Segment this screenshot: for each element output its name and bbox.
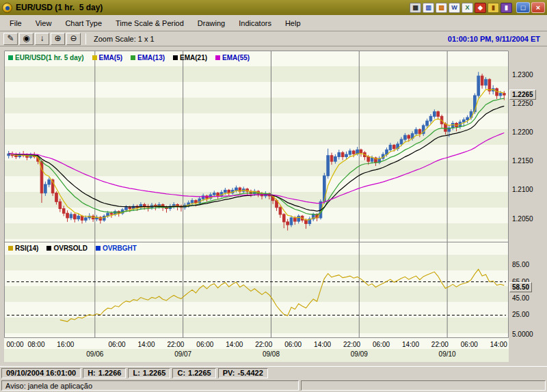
chart-area: 00:0008:0016:0006:0014:0022:0006:0014:00… [0, 46, 547, 366]
svg-text:14:00: 14:00 [490, 341, 507, 348]
svg-text:22:00: 22:00 [167, 341, 184, 348]
pointer-down-button[interactable]: ↓ [35, 33, 49, 45]
menu-view[interactable]: View [29, 16, 59, 30]
svg-text:06:00: 06:00 [373, 341, 390, 348]
pv-label: PV: [223, 369, 235, 377]
legend-label: EMA(21) [180, 54, 207, 61]
legend-swatch-icon [96, 246, 101, 251]
price-tick-label: 1.2100 [512, 186, 533, 193]
chart-app-icon-3[interactable]: ▮ [488, 3, 499, 13]
red-app-icon[interactable]: ◆ [475, 3, 486, 13]
menu-indicators[interactable]: Indicators [232, 16, 278, 30]
menu-file[interactable]: File [3, 16, 29, 30]
legend-swatch-icon [215, 55, 220, 60]
svg-text:09/07: 09/07 [174, 350, 191, 358]
draw-line-button[interactable]: ✎ [3, 33, 18, 45]
rsi-tick-label: 45.00 [512, 294, 529, 302]
application-window: EUR/USD (1 hr. 5 day) ▦▥▤WX◆▮▮ □ × FileV… [0, 0, 547, 392]
legend-swatch-icon [8, 55, 13, 60]
last-price-box: 1.2265 [509, 89, 536, 100]
chart-plot-area[interactable]: 00:0008:0016:0006:0014:0022:0006:0014:00… [4, 51, 509, 362]
rsi-bottom-tick-label: 5.0000 [512, 331, 533, 338]
status-pv: PV: -5.4422 [218, 368, 268, 378]
excel-icon[interactable]: X [462, 3, 473, 13]
price-tick-label: 1.2200 [512, 128, 533, 136]
zoom-scale-label: Zoom Scale: 1 x 1 [94, 35, 155, 43]
svg-text:09/06: 09/06 [86, 350, 103, 358]
status-high: H: 1.2266 [83, 368, 126, 378]
legend-item-rsi-14: RSI(14) [8, 244, 38, 252]
legend-label: EMA(13) [137, 54, 165, 61]
svg-text:14:00: 14:00 [226, 341, 243, 348]
high-label: H: [88, 369, 96, 377]
legend-item-ema-21: EMA(21) [173, 54, 207, 61]
high-value: 1.2266 [98, 369, 122, 377]
legend-label: OVRSOLD [53, 244, 87, 252]
close-value: 1.2265 [188, 369, 211, 377]
svg-text:06:00: 06:00 [109, 341, 126, 348]
status-timestamp: 09/10/2004 16:01:00 [1, 368, 81, 378]
svg-text:09/09: 09/09 [351, 350, 368, 358]
status-bar: 09/10/2004 16:01:00 H: 1.2266 L: 1.2265 … [0, 366, 547, 379]
close-label: C: [177, 369, 185, 377]
legend-label: OVRBGHT [103, 244, 137, 252]
toolbar: ✎◉↓⊕⊖ Zoom Scale: 1 x 1 01:00:10 PM, 9/1… [0, 31, 547, 46]
legend-swatch-icon [92, 55, 97, 60]
legend-item-ovrbght: OVRBGHT [96, 244, 137, 252]
legend-label: RSI(14) [15, 244, 38, 252]
chart-app-icon-1[interactable]: ▥ [423, 3, 434, 13]
price-tick-label: 1.2250 [512, 100, 533, 107]
svg-text:06:00: 06:00 [196, 341, 213, 348]
status-close: C: 1.2265 [172, 368, 215, 378]
legend-swatch-icon [131, 55, 135, 60]
zoom-out-button[interactable]: ⊖ [66, 33, 81, 45]
legend-label: EMA(55) [222, 54, 250, 61]
close-button[interactable]: × [531, 2, 545, 13]
legend-item-ema-5: EMA(5) [92, 54, 122, 61]
svg-text:14:00: 14:00 [314, 341, 331, 348]
price-axis: 1.23001.22501.22001.21501.21001.20501.22… [509, 51, 547, 362]
legend-swatch-icon [46, 246, 51, 251]
menu-drawing[interactable]: Drawing [191, 16, 232, 30]
svg-text:14:00: 14:00 [402, 341, 419, 348]
low-label: L: [133, 369, 139, 377]
legend-item-ema-13: EMA(13) [131, 54, 165, 61]
svg-text:09/08: 09/08 [263, 350, 280, 358]
word-icon[interactable]: W [449, 3, 460, 13]
zoom-in-button[interactable]: ⊕ [51, 33, 65, 45]
rsi-legend: RSI(14)OVRSOLDOVRBGHT [8, 244, 137, 252]
calculator-icon[interactable]: ▦ [410, 3, 421, 13]
footer-empty-panel [301, 380, 546, 391]
menubar: FileViewChart TypeTime Scale & PeriodDra… [0, 15, 547, 31]
status-timestamp-text: 09/10/2004 16:01:00 [6, 369, 76, 377]
chart-app-icon-4[interactable]: ▮ [501, 3, 512, 13]
price-chart[interactable]: 00:0008:0016:0006:0014:0022:0006:0014:00… [4, 51, 509, 362]
titlebar-icon-strip: ▦▥▤WX◆▮▮ [410, 3, 512, 13]
legend-label: EUR/USD(1 hr. 5 day) [15, 54, 84, 61]
svg-text:14:00: 14:00 [137, 341, 155, 348]
legend-label: EMA(5) [99, 54, 122, 61]
legend-swatch-icon [173, 55, 178, 60]
chart-app-icon-2[interactable]: ▤ [436, 3, 447, 13]
svg-text:00:00: 00:00 [6, 341, 23, 348]
legend-item-ovrsold: OVRSOLD [46, 244, 87, 252]
svg-text:09/10: 09/10 [439, 350, 456, 358]
ellipse-tool-button[interactable]: ◉ [19, 33, 34, 45]
menu-chart-type[interactable]: Chart Type [58, 16, 109, 30]
pv-value: -5.4422 [237, 369, 263, 377]
window-title: EUR/USD (1 hr. 5 day) [16, 3, 410, 12]
menu-help[interactable]: Help [278, 16, 308, 30]
titlebar: EUR/USD (1 hr. 5 day) ▦▥▤WX◆▮▮ □ × [0, 0, 547, 15]
minimize-button[interactable]: □ [516, 2, 530, 13]
rsi-tick-label: 85.00 [512, 261, 529, 268]
toolbar-separator [85, 33, 86, 44]
footer-bar: Aviso: janela de aplicação [0, 379, 547, 392]
footer-message: Aviso: janela de aplicação [5, 382, 92, 390]
tool-button-group: ✎◉↓⊕⊖ [3, 33, 81, 45]
menu-time-scale-period[interactable]: Time Scale & Period [109, 16, 191, 30]
app-icon[interactable] [2, 3, 12, 13]
status-low: L: 1.2265 [128, 368, 170, 378]
price-tick-label: 1.2300 [512, 71, 533, 79]
footer-message-panel: Aviso: janela de aplicação [1, 380, 299, 391]
clock-text: 01:00:10 PM, 9/11/2004 ET [448, 35, 540, 43]
